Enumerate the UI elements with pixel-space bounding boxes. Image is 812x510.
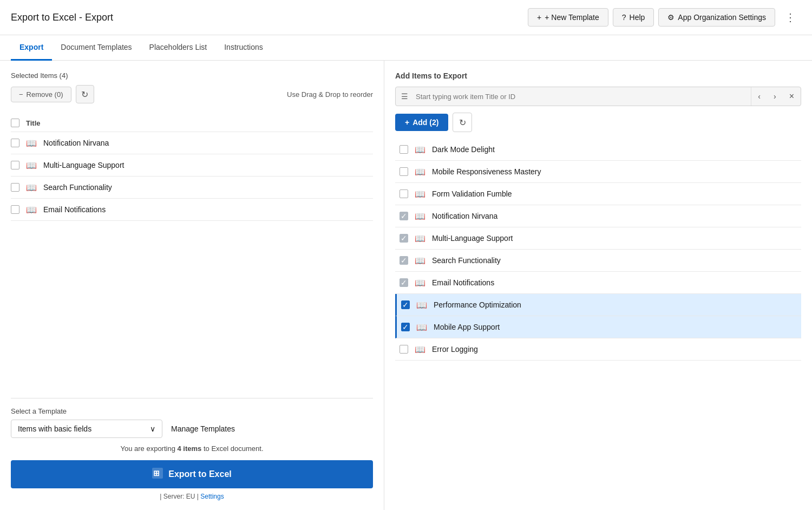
list-item[interactable]: 📖 Dark Mode Delight <box>395 139 801 161</box>
template-selected-value: Items with basic fields <box>18 424 91 433</box>
list-item: 📖 Search Functionality <box>11 176 373 199</box>
item-4-name: Email Notifications <box>43 205 106 214</box>
page-title: Export to Excel - Export <box>11 12 528 23</box>
book-icon: 📖 <box>415 233 425 244</box>
question-icon: ? <box>622 13 626 22</box>
book-icon: 📖 <box>415 188 425 199</box>
right-refresh-button[interactable]: ↻ <box>453 113 472 132</box>
help-label: Help <box>630 13 645 22</box>
title-column-header: Title <box>26 119 41 127</box>
right-item-name-2: Mobile Responsiveness Mastery <box>432 167 541 176</box>
tab-document-templates[interactable]: Document Templates <box>52 35 140 61</box>
item-1-name: Notification Nirvana <box>43 139 109 147</box>
export-count: 4 items <box>178 444 202 453</box>
search-clear-button[interactable]: × <box>783 87 801 106</box>
more-options-button[interactable]: ⋮ <box>780 6 801 28</box>
book-icon: 📖 <box>26 160 37 171</box>
right-checkbox-7[interactable]: ✓ <box>400 278 408 287</box>
book-icon: 📖 <box>416 299 427 310</box>
refresh-icon: ↻ <box>81 89 88 100</box>
right-checkbox-1[interactable] <box>400 145 408 154</box>
new-template-button[interactable]: + + New Template <box>528 8 608 27</box>
add-btn-label: Add (2) <box>412 118 438 127</box>
list-item: 📖 Multi-Language Support <box>11 154 373 176</box>
right-checkbox-10[interactable] <box>400 345 408 354</box>
export-info-post: to Excel document. <box>201 444 263 453</box>
book-icon: 📖 <box>415 255 425 266</box>
right-checkbox-8[interactable]: ✓ <box>401 300 410 309</box>
tab-instructions[interactable]: Instructions <box>215 35 272 61</box>
footer-links: | Server: EU | Settings <box>11 493 373 500</box>
right-item-name-9: Mobile App Support <box>434 323 500 331</box>
book-icon: 📖 <box>26 138 37 148</box>
settings-link[interactable]: Settings <box>200 493 224 500</box>
add-items-title: Add Items to Export <box>395 71 801 80</box>
book-icon: 📖 <box>415 344 425 355</box>
book-icon: 📖 <box>415 166 425 177</box>
right-item-name-7: Email Notifications <box>432 278 494 287</box>
right-checkbox-4[interactable]: ✓ <box>400 212 408 220</box>
new-template-label: + New Template <box>545 13 599 22</box>
right-checkbox-6[interactable]: ✓ <box>400 256 408 265</box>
add-button[interactable]: + Add (2) <box>395 114 448 131</box>
book-icon: 📖 <box>415 277 425 288</box>
list-item[interactable]: 📖 Error Logging <box>395 338 801 361</box>
main-content: Selected Items (4) − Remove (0) ↻ Use Dr… <box>0 61 812 510</box>
right-checkbox-3[interactable] <box>400 189 408 198</box>
book-icon: 📖 <box>26 182 37 193</box>
template-select[interactable]: Items with basic fields ∨ <box>11 420 162 438</box>
right-checkbox-5[interactable]: ✓ <box>400 234 408 243</box>
drag-drop-hint: Use Drag & Drop to reorder <box>287 90 373 99</box>
right-item-name-6: Search Functionality <box>432 256 501 265</box>
item-3-checkbox[interactable] <box>11 183 19 192</box>
list-item[interactable]: 📖 Mobile Responsiveness Mastery <box>395 161 801 183</box>
list-item: 📖 Notification Nirvana <box>11 132 373 154</box>
item-1-checkbox[interactable] <box>11 139 19 147</box>
list-item: 📖 Email Notifications <box>11 199 373 221</box>
list-item[interactable]: ✓ 📖 Email Notifications <box>395 272 801 294</box>
item-4-checkbox[interactable] <box>11 205 19 214</box>
book-icon: 📖 <box>415 144 425 155</box>
right-item-list: 📖 Dark Mode Delight 📖 Mobile Responsiven… <box>395 139 801 500</box>
ellipsis-icon: ⋮ <box>785 11 796 23</box>
item-2-name: Multi-Language Support <box>43 161 124 169</box>
manage-templates-link[interactable]: Manage Templates <box>171 424 235 433</box>
book-icon: 📖 <box>415 211 425 221</box>
settings-label: App Organization Settings <box>678 13 766 22</box>
header-checkbox[interactable] <box>11 119 19 127</box>
help-button[interactable]: ? Help <box>613 8 654 27</box>
header-actions: + + New Template ? Help ⚙ App Organizati… <box>528 6 801 28</box>
template-row: Items with basic fields ∨ Manage Templat… <box>11 420 373 438</box>
item-2-checkbox[interactable] <box>11 161 19 169</box>
item-3-name: Search Functionality <box>43 183 112 192</box>
search-input[interactable] <box>414 88 751 105</box>
right-panel: Add Items to Export ☰ ‹ › × + Add (2) ↻ <box>384 61 812 510</box>
book-icon: 📖 <box>26 204 37 215</box>
list-item[interactable]: ✓ 📖 Notification Nirvana <box>395 205 801 227</box>
app-settings-button[interactable]: ⚙ App Organization Settings <box>658 8 775 27</box>
tab-placeholders-list[interactable]: Placeholders List <box>141 35 216 61</box>
right-checkbox-2[interactable] <box>400 167 408 176</box>
right-item-name-1: Dark Mode Delight <box>432 145 495 154</box>
list-item[interactable]: 📖 Form Validation Fumble <box>395 183 801 205</box>
refresh-icon: ↻ <box>459 117 466 128</box>
list-item[interactable]: ✓ 📖 Performance Optimization <box>395 294 801 316</box>
right-item-name-8: Performance Optimization <box>434 300 521 309</box>
right-item-name-5: Multi-Language Support <box>432 234 513 243</box>
right-checkbox-9[interactable]: ✓ <box>401 323 410 331</box>
remove-button[interactable]: − Remove (0) <box>11 87 71 102</box>
selected-items-header: Selected Items (4) <box>11 71 373 80</box>
export-to-excel-button[interactable]: ⊞ Export to Excel <box>11 460 373 488</box>
search-navigation: ‹ › × <box>751 87 801 106</box>
list-item[interactable]: ✓ 📖 Mobile App Support <box>395 316 801 338</box>
search-prev-button[interactable]: ‹ <box>751 88 767 105</box>
list-item[interactable]: ✓ 📖 Multi-Language Support <box>395 227 801 250</box>
right-item-name-4: Notification Nirvana <box>432 212 497 220</box>
search-next-button[interactable]: › <box>767 88 783 105</box>
list-item[interactable]: ✓ 📖 Search Functionality <box>395 250 801 272</box>
tab-export[interactable]: Export <box>11 35 52 61</box>
bottom-section: Select a Template Items with basic field… <box>11 398 373 500</box>
refresh-button[interactable]: ↻ <box>76 85 94 103</box>
header: Export to Excel - Export + + New Templat… <box>0 0 812 35</box>
svg-text:⊞: ⊞ <box>153 469 160 478</box>
